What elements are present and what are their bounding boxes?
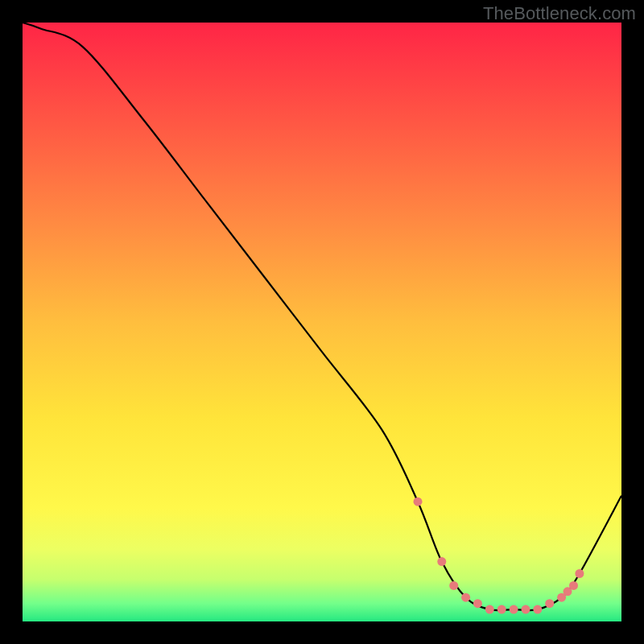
chart-plot-area xyxy=(23,23,621,621)
chart-svg xyxy=(23,23,621,621)
sweet-spot-dot xyxy=(461,593,470,602)
sweet-spot-dot xyxy=(485,605,494,614)
attribution-label: TheBottleneck.com xyxy=(483,3,636,24)
sweet-spot-dot xyxy=(545,599,554,608)
sweet-spot-dot xyxy=(449,581,458,590)
sweet-spot-dot xyxy=(414,497,423,506)
sweet-spot-dot xyxy=(575,569,584,578)
sweet-spot-dot xyxy=(533,605,542,614)
sweet-spot-dot xyxy=(497,605,506,614)
sweet-spot-dot xyxy=(522,605,530,614)
chart-background-gradient xyxy=(23,23,621,621)
chart-frame: TheBottleneck.com xyxy=(0,0,644,644)
sweet-spot-dot xyxy=(510,605,518,614)
sweet-spot-dot xyxy=(437,557,446,566)
sweet-spot-dot xyxy=(473,599,482,608)
sweet-spot-dot xyxy=(569,581,578,590)
